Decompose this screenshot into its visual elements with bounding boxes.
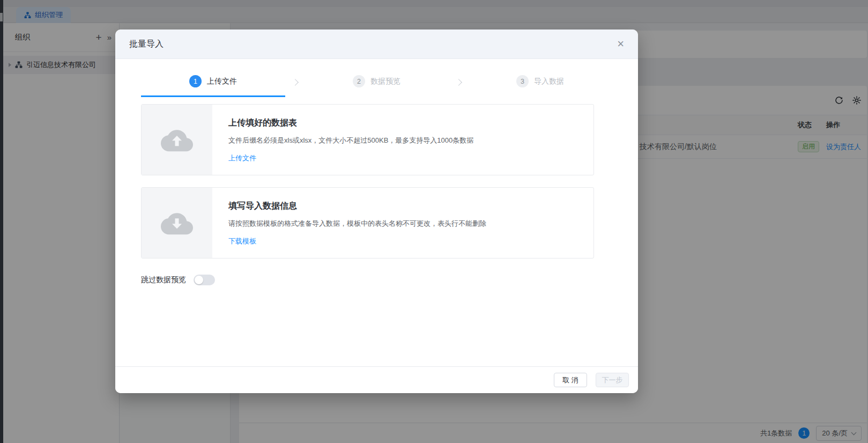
card-title: 上传填好的数据表 [228, 117, 473, 129]
step-separator [449, 75, 468, 97]
step-label: 数据预览 [370, 77, 400, 86]
cancel-button[interactable]: 取 消 [554, 373, 587, 387]
step-data-preview: 2 数据预览 [305, 75, 449, 97]
dialog-header: 批量导入 × [115, 29, 638, 59]
upload-file-link[interactable]: 上传文件 [228, 153, 256, 163]
step-label: 上传文件 [207, 77, 237, 86]
card-icon-panel [142, 188, 212, 258]
card-description: 请按照数据模板的格式准备导入数据，模板中的表头名称不可更改，表头行不能删除 [228, 219, 486, 228]
fill-template-card: 填写导入数据信息 请按照数据模板的格式准备导入数据，模板中的表头名称不可更改，表… [141, 187, 594, 259]
skip-preview-row: 跳过数据预览 [141, 275, 612, 285]
toggle-knob [195, 276, 203, 284]
cloud-upload-icon [161, 128, 193, 152]
dialog-title: 批量导入 [129, 39, 164, 50]
card-icon-panel [142, 105, 212, 175]
next-step-button[interactable]: 下一步 [596, 373, 629, 387]
step-number-badge: 2 [353, 75, 365, 87]
batch-import-dialog: 批量导入 × 1 上传文件 2 数据预览 3 导入数据 上传填好的数据表 文件后… [115, 29, 638, 393]
close-icon[interactable]: × [617, 38, 624, 50]
step-number-badge: 3 [516, 75, 529, 87]
download-template-link[interactable]: 下载模板 [228, 237, 256, 246]
cloud-download-icon [161, 211, 193, 235]
step-label: 导入数据 [534, 77, 564, 86]
step-separator [285, 75, 305, 97]
steps-bar: 1 上传文件 2 数据预览 3 导入数据 [141, 75, 612, 97]
step-import-data: 3 导入数据 [468, 75, 612, 97]
dialog-footer: 取 消 下一步 [115, 366, 638, 393]
card-description: 文件后缀名必须是xls或xlsx，文件大小不超过500KB，最多支持导入1000… [228, 136, 473, 145]
skip-preview-toggle[interactable] [194, 275, 215, 285]
skip-preview-label: 跳过数据预览 [141, 275, 186, 285]
card-title: 填写导入数据信息 [228, 201, 486, 212]
step-upload-file: 1 上传文件 [141, 75, 285, 97]
step-number-badge: 1 [189, 75, 202, 87]
chevron-right-icon [455, 79, 462, 86]
chevron-right-icon [292, 79, 299, 86]
upload-data-card: 上传填好的数据表 文件后缀名必须是xls或xlsx，文件大小不超过500KB，最… [141, 104, 594, 175]
